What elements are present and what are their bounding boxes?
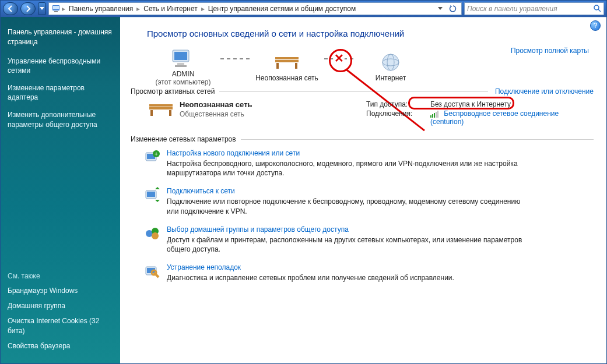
sidebar-also-browser[interactable]: Свойства браузера	[8, 341, 113, 351]
globe-icon	[381, 51, 401, 74]
svg-rect-16	[149, 104, 173, 107]
setting-title[interactable]: Устранение неполадок	[167, 263, 454, 271]
control-panel-icon	[51, 3, 61, 15]
svg-rect-23	[436, 112, 437, 118]
network-params-header: Изменение сетевых параметров	[131, 135, 594, 143]
setting-desc: Подключение или повторное подключение к …	[167, 197, 528, 215]
sidebar-home-link[interactable]: Панель управления - домашняя страница	[8, 27, 113, 47]
network-type: Общественная сеть	[180, 110, 252, 118]
svg-rect-6	[174, 52, 187, 60]
connection-link[interactable]: Беспроводное сетевое соединение (centuri…	[430, 109, 559, 126]
setting-homegroup: Выбор домашней группы и параметров общег…	[143, 225, 594, 254]
sidebar: Панель управления - домашняя страница Уп…	[1, 17, 120, 363]
computer-icon	[170, 47, 196, 70]
network-type-icon	[147, 100, 174, 119]
annotation-oval	[408, 97, 514, 109]
sidebar-link-wireless[interactable]: Управление беспроводными сетями	[8, 56, 113, 75]
map-node-this-computer: ADMIN (этот компьютер)	[148, 47, 218, 86]
breadcrumb-item[interactable]: Панель управления	[66, 5, 135, 13]
map-node-sublabel: (этот компьютер)	[156, 78, 211, 86]
breadcrumb-item[interactable]: Сеть и Интернет	[141, 5, 199, 13]
svg-rect-24	[437, 111, 438, 118]
history-dropdown[interactable]	[38, 2, 46, 15]
window-body: Панель управления - домашняя страница Уп…	[1, 17, 606, 363]
setting-connect-network: Подключиться к сети Подключение или повт…	[143, 187, 594, 215]
sidebar-also-cookies[interactable]: Очистка Internet Cookies (32 бита)	[8, 316, 113, 335]
breadcrumb-separator: ▸	[136, 5, 140, 13]
setting-title[interactable]: Настройка нового подключения или сети	[167, 149, 528, 157]
new-connection-icon: +	[143, 149, 162, 165]
bench-icon	[273, 51, 301, 74]
svg-rect-18	[150, 110, 153, 116]
setting-title[interactable]: Подключиться к сети	[167, 187, 528, 195]
connect-network-icon	[143, 187, 162, 203]
content-area: ? Просмотр основных сведений о сети и на…	[120, 17, 606, 363]
svg-line-4	[598, 9, 601, 12]
page-title: Просмотр основных сведений о сети и наст…	[147, 29, 594, 38]
sidebar-also-header: См. также	[8, 272, 113, 280]
help-icon[interactable]: ?	[590, 20, 601, 31]
back-button[interactable]	[3, 2, 18, 15]
svg-point-3	[594, 5, 599, 10]
search-box[interactable]: Поиск в панели управления	[464, 2, 604, 15]
address-dropdown[interactable]	[434, 3, 446, 14]
map-node-unidentified: Неопознанная сеть	[252, 51, 322, 82]
network-map: ADMIN (этот компьютер) Неопознанная сеть…	[148, 47, 594, 86]
svg-rect-12	[295, 63, 297, 69]
setting-desc: Доступ к файлам и принтерам, расположенн…	[167, 235, 528, 254]
section-label: Просмотр активных сетей	[131, 87, 215, 96]
map-node-internet: Интернет	[356, 51, 426, 82]
svg-point-33	[152, 232, 159, 239]
svg-rect-30	[147, 192, 155, 197]
breadcrumb-item[interactable]: Центр управления сетями и общим доступом	[206, 5, 359, 13]
forward-button[interactable]	[20, 2, 36, 15]
setting-title[interactable]: Выбор домашней группы и параметров общег…	[167, 225, 528, 234]
map-link-segment	[220, 58, 250, 59]
active-networks-header: Просмотр активных сетей Подключение или …	[131, 87, 594, 96]
connections-label: Подключения:	[366, 109, 430, 126]
svg-rect-17	[149, 107, 173, 109]
search-icon	[593, 4, 601, 14]
svg-point-13	[383, 54, 399, 70]
svg-text:+: +	[155, 151, 158, 157]
sidebar-also-firewall[interactable]: Брандмауэр Windows	[8, 286, 113, 295]
control-panel-window: ▸ Панель управления ▸ Сеть и Интернет ▸ …	[0, 0, 607, 364]
setting-desc: Настройка беспроводного, широкополосного…	[167, 159, 528, 178]
annotation-circle	[329, 49, 352, 72]
setting-desc: Диагностика и исправление сетевых пробле…	[167, 273, 454, 282]
map-node-label: Неопознанная сеть	[255, 74, 318, 82]
setting-new-connection: + Настройка нового подключения или сети …	[143, 149, 594, 178]
svg-rect-19	[169, 110, 171, 116]
breadcrumb-separator: ▸	[201, 5, 205, 13]
svg-rect-11	[276, 63, 279, 69]
wifi-signal-icon	[430, 111, 440, 118]
address-bar[interactable]: ▸ Панель управления ▸ Сеть и Интернет ▸ …	[48, 2, 462, 15]
settings-list: + Настройка нового подключения или сети …	[133, 149, 594, 282]
svg-rect-8	[175, 65, 187, 67]
homegroup-icon	[143, 225, 162, 242]
svg-rect-1	[53, 6, 59, 9]
svg-rect-22	[434, 113, 435, 118]
svg-rect-10	[275, 60, 299, 62]
refresh-button[interactable]	[447, 3, 459, 14]
svg-rect-7	[177, 63, 184, 65]
svg-rect-9	[275, 57, 299, 59]
view-full-map-link[interactable]: Просмотр полной карты	[511, 47, 589, 55]
sidebar-also-homegroup[interactable]: Домашняя группа	[8, 301, 113, 310]
sidebar-link-adapter[interactable]: Изменение параметров адаптера	[8, 83, 113, 102]
section-label: Изменение сетевых параметров	[131, 135, 236, 143]
breadcrumb-separator: ▸	[62, 5, 65, 13]
troubleshoot-icon	[143, 263, 162, 280]
titlebar: ▸ Панель управления ▸ Сеть и Интернет ▸ …	[1, 1, 606, 17]
active-network-row: Неопознанная сеть Общественная сеть Тип …	[147, 100, 594, 127]
sidebar-link-sharing[interactable]: Изменить дополнительные параметры общего…	[8, 110, 113, 129]
svg-rect-21	[432, 114, 433, 118]
search-placeholder: Поиск в панели управления	[467, 5, 557, 13]
svg-rect-2	[54, 11, 58, 12]
map-node-label: ADMIN	[172, 70, 195, 78]
connect-disconnect-link[interactable]: Подключение или отключение	[495, 87, 594, 96]
map-node-label: Интернет	[376, 74, 406, 82]
network-name: Неопознанная сеть	[180, 100, 252, 109]
setting-troubleshoot: Устранение неполадок Диагностика и испра…	[143, 263, 594, 282]
